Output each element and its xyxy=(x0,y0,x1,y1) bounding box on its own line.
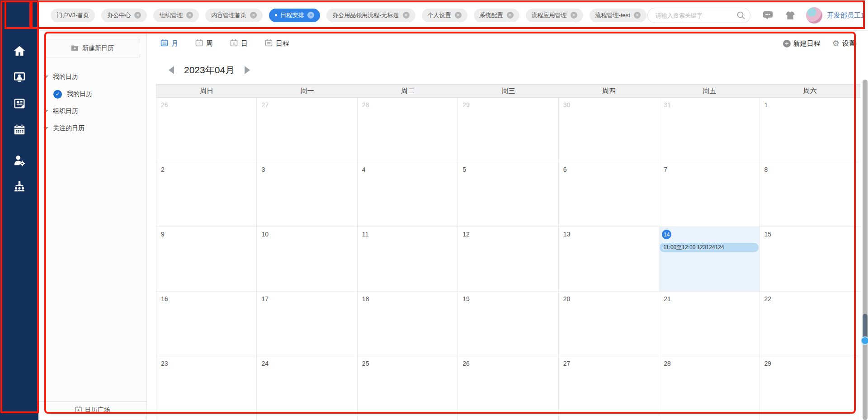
day-cell-29[interactable]: 29 xyxy=(760,356,860,420)
day-cell-29-other[interactable]: 29 xyxy=(458,98,558,162)
close-icon[interactable]: × xyxy=(307,12,314,19)
date-number: 31 xyxy=(664,101,671,109)
user-avatar[interactable] xyxy=(806,7,822,24)
tab-label: 组织管理 xyxy=(159,11,183,19)
tab-流程应用管理[interactable]: 流程应用管理× xyxy=(526,9,583,22)
tree-group-org-calendar[interactable]: 组织日历 xyxy=(38,103,146,120)
day-cell-27-other[interactable]: 27 xyxy=(257,98,357,162)
close-icon[interactable]: × xyxy=(455,12,462,19)
close-icon[interactable]: × xyxy=(134,12,141,19)
day-cell-20[interactable]: 20 xyxy=(559,292,659,356)
day-cell-25[interactable]: 25 xyxy=(358,356,458,420)
chevron-down-icon xyxy=(44,127,48,130)
day-cell-26-other[interactable]: 26 xyxy=(156,98,257,162)
event-pill[interactable]: 11:00至12:00 123124124 xyxy=(660,243,758,252)
view-tab-日[interactable]: 8日 xyxy=(230,39,248,48)
settings-label: 设置 xyxy=(842,39,856,48)
close-icon[interactable]: × xyxy=(571,12,577,19)
month-title: 2023年04月 xyxy=(184,64,235,76)
day-cell-17[interactable]: 17 xyxy=(257,292,357,356)
tree-item-my-calendar[interactable]: ✓ 我的日历 xyxy=(38,85,146,103)
view-label: 日 xyxy=(241,39,248,48)
tab-办公中心[interactable]: 办公中心× xyxy=(101,9,147,22)
tab-门户V3-首页[interactable]: 门户V3-首页 xyxy=(51,9,95,22)
day-cell-19[interactable]: 19 xyxy=(458,292,558,356)
tab-系统配置[interactable]: 系统配置× xyxy=(474,9,519,22)
tab-个人设置[interactable]: 个人设置× xyxy=(422,9,467,22)
sidebar-item-user-settings[interactable] xyxy=(0,148,38,175)
tab-流程管理-test[interactable]: 流程管理-test× xyxy=(590,9,646,22)
sidebar-item-workspace[interactable] xyxy=(0,65,38,91)
day-cell-11[interactable]: 11 xyxy=(358,227,458,292)
tab-组织管理[interactable]: 组织管理× xyxy=(153,9,199,22)
weekday-header-row: 周日周一周二周三周四周五周六 xyxy=(156,84,860,98)
day-cell-1[interactable]: 1 xyxy=(760,98,860,162)
day-cell-8[interactable]: 8 xyxy=(760,162,860,227)
scrollbar-track[interactable] xyxy=(863,80,868,420)
user-name[interactable]: 开发部员工1 xyxy=(827,11,864,20)
day-cell-13[interactable]: 13 xyxy=(559,227,659,292)
day-cell-9[interactable]: 9 xyxy=(156,227,257,292)
day-cell-2[interactable]: 2 xyxy=(156,162,257,227)
day-cell-30-other[interactable]: 30 xyxy=(559,98,659,162)
day-cell-31-other[interactable]: 31 xyxy=(659,98,760,162)
calendar-panel: 新建新日历 我的日历 ✓ 我的日历 组织日历 关注的日历 日历广场 xyxy=(38,31,147,420)
day-cell-4[interactable]: 4 xyxy=(358,162,458,227)
checked-circle-icon[interactable]: ✓ xyxy=(53,90,62,99)
new-event-button[interactable]: + 新建日程 xyxy=(783,39,821,48)
tab-办公用品领用流程-无标题[interactable]: 办公用品领用流程-无标题× xyxy=(326,9,415,22)
calendar-square-link[interactable]: 日历广场 xyxy=(38,401,146,418)
theme-skin-icon[interactable] xyxy=(785,11,795,20)
day-cell-26[interactable]: 26 xyxy=(458,356,558,420)
day-cell-3[interactable]: 3 xyxy=(257,162,357,227)
tab-内容管理首页[interactable]: 内容管理首页× xyxy=(205,9,263,22)
day-cell-10[interactable]: 10 xyxy=(257,227,357,292)
day-cell-5[interactable]: 5 xyxy=(458,162,558,227)
tree-group-my-calendar[interactable]: 我的日历 xyxy=(38,68,146,85)
day-cell-27[interactable]: 27 xyxy=(559,356,659,420)
date-number: 3 xyxy=(261,166,265,173)
day-cell-15[interactable]: 15 xyxy=(760,227,860,292)
day-cell-21[interactable]: 21 xyxy=(659,292,760,356)
search-input[interactable] xyxy=(647,8,750,23)
search-icon[interactable] xyxy=(736,11,745,22)
view-tab-月[interactable]: 30月 xyxy=(160,39,178,48)
close-icon[interactable]: × xyxy=(186,12,193,19)
close-icon[interactable]: × xyxy=(250,12,257,19)
day-cell-24[interactable]: 24 xyxy=(257,356,357,420)
day-cell-23[interactable]: 23 xyxy=(156,356,257,420)
user-settings-icon xyxy=(13,154,26,169)
day-cell-14[interactable]: 1411:00至12:00 123124124 xyxy=(659,227,760,292)
date-number: 16 xyxy=(161,295,168,302)
sidebar-item-calendar[interactable] xyxy=(0,118,38,144)
tree-group-followed-calendar[interactable]: 关注的日历 xyxy=(38,120,146,137)
prev-month-icon[interactable] xyxy=(169,66,174,74)
new-calendar-button[interactable]: 新建新日历 xyxy=(45,39,140,57)
day-cell-7[interactable]: 7 xyxy=(659,162,760,227)
view-tab-周[interactable]: 7周 xyxy=(195,39,213,48)
day-cell-18[interactable]: 18 xyxy=(358,292,458,356)
day-cell-28[interactable]: 28 xyxy=(659,356,760,420)
close-icon[interactable]: × xyxy=(507,12,514,19)
day-cell-6[interactable]: 6 xyxy=(559,162,659,227)
close-icon[interactable]: × xyxy=(403,12,410,19)
date-number: 26 xyxy=(462,360,470,367)
workspace-monitor-icon xyxy=(13,71,26,86)
date-number: 19 xyxy=(462,295,470,302)
tab-日程安排[interactable]: 日程安排× xyxy=(269,9,320,22)
sidebar-item-org[interactable] xyxy=(0,175,38,201)
sidebar-item-home[interactable] xyxy=(0,39,38,65)
day-cell-28-other[interactable]: 28 xyxy=(358,98,458,162)
close-icon[interactable]: × xyxy=(634,12,641,19)
day-cell-16[interactable]: 16 xyxy=(156,292,257,356)
day-cell-12[interactable]: 12 xyxy=(458,227,558,292)
view-tab-日程[interactable]: 日程 xyxy=(265,39,289,48)
date-number: 13 xyxy=(563,231,571,238)
new-event-label: 新建日程 xyxy=(793,39,821,48)
next-month-icon[interactable] xyxy=(245,66,250,74)
message-icon[interactable] xyxy=(763,11,773,20)
sidebar-item-news[interactable] xyxy=(0,91,38,118)
day-cell-22[interactable]: 22 xyxy=(760,292,860,356)
scrollbar-thumb-bulb[interactable] xyxy=(861,336,868,345)
settings-button[interactable]: ⚙ 设置 xyxy=(832,39,856,48)
